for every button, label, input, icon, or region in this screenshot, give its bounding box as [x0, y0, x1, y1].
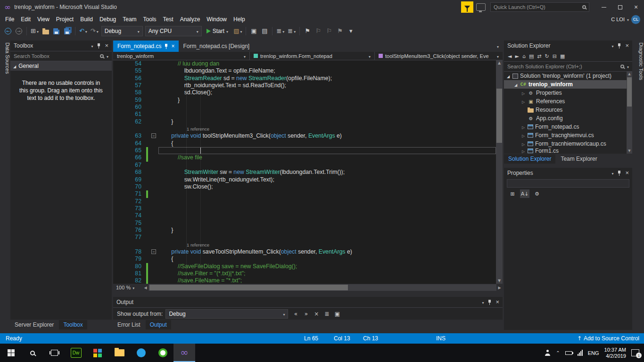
scroll-down-icon[interactable]: ▼: [627, 148, 632, 154]
code-line[interactable]: 64 {: [113, 140, 496, 147]
solution-explorer-header[interactable]: Solution Explorer ×: [504, 41, 632, 51]
code-line[interactable]: 79 {: [113, 255, 496, 263]
status-insert-mode[interactable]: INS: [436, 335, 446, 342]
task-view-button[interactable]: [43, 344, 65, 362]
menu-view[interactable]: View: [34, 15, 53, 24]
tree-item-form-tracnghiemvui-cs[interactable]: Form_tracnghiemvui.cs: [504, 131, 632, 140]
navigate-backward-button[interactable]: ←: [3, 25, 13, 37]
codelens-row[interactable]: 1 reference: [113, 125, 496, 132]
debug-target-dropdown[interactable]: Debug: [101, 26, 143, 36]
horizontal-scrollbar[interactable]: [149, 284, 496, 291]
save-button[interactable]: [51, 25, 62, 37]
menu-window[interactable]: Window: [203, 15, 230, 24]
collapse-region-icon[interactable]: [151, 133, 156, 138]
scroll-down-icon[interactable]: ▼: [496, 278, 503, 284]
tree-item-trenlop-winform[interactable]: C#trenlop_winform: [504, 80, 632, 89]
undo-button[interactable]: ↶: [78, 25, 89, 37]
code-line[interactable]: 71: [113, 190, 496, 197]
status-character[interactable]: Ch 13: [363, 335, 378, 342]
tree-item-resources[interactable]: Resources: [504, 106, 632, 114]
home-icon[interactable]: ⌂: [522, 53, 526, 59]
pin-output-icon[interactable]: ▣: [332, 309, 342, 319]
tree-item-form-notepad-cs[interactable]: Form_notepad.cs: [504, 123, 632, 131]
tab-toolbox[interactable]: Toolbox: [59, 320, 87, 329]
visual-studio-icon[interactable]: ∞: [173, 344, 195, 362]
code-line[interactable]: 63 private void toolStripMenuItem3_Click…: [113, 132, 496, 140]
language-indicator[interactable]: ENG: [588, 350, 599, 356]
code-line[interactable]: 59 }: [113, 97, 496, 104]
menu-analyze[interactable]: Analyze: [177, 15, 204, 24]
tray-chevron-up-icon[interactable]: ⌃: [556, 350, 560, 355]
tab-form-notepad-design[interactable]: Form_notepad.cs [Design]: [179, 41, 254, 52]
menu-debug[interactable]: Debug: [96, 15, 119, 24]
battery-icon[interactable]: [565, 351, 572, 355]
tab-solution-explorer[interactable]: Solution Explorer: [504, 154, 555, 164]
code-editor[interactable]: 54 // luu duong dan55 lbduongdan.Text = …: [113, 60, 503, 284]
redo-button[interactable]: ↷: [89, 25, 100, 37]
maximize-button[interactable]: [612, 0, 628, 14]
window-menu-icon[interactable]: [482, 299, 484, 305]
feedback-button[interactable]: [476, 3, 486, 11]
navigate-forward-button[interactable]: →: [14, 25, 24, 37]
code-line[interactable]: 55 lbduongdan.Text = opfile.FileName;: [113, 67, 496, 74]
code-line[interactable]: 60: [113, 104, 496, 111]
pin-icon[interactable]: [164, 44, 168, 49]
toolbar-overflow-button[interactable]: ▾: [346, 25, 356, 37]
forward-icon[interactable]: ►: [515, 53, 519, 59]
code-line[interactable]: 57 rtb_noidungviet.Text = sd.ReadToEnd()…: [113, 82, 496, 89]
refresh-icon[interactable]: ↻: [545, 53, 549, 59]
tab-output[interactable]: Output: [146, 320, 171, 329]
menu-edit[interactable]: Edit: [17, 15, 34, 24]
code-line[interactable]: 74: [113, 212, 496, 219]
collapse-region-icon[interactable]: [151, 249, 156, 254]
goto-previous-message-icon[interactable]: «: [291, 309, 300, 319]
pin-icon[interactable]: [97, 43, 101, 49]
output-source-dropdown[interactable]: Debug: [165, 309, 288, 319]
close-icon[interactable]: ×: [625, 43, 629, 49]
code-line[interactable]: 62 }: [113, 118, 496, 125]
tree-item-properties[interactable]: ⚙Properties: [504, 89, 632, 97]
scroll-left-icon[interactable]: ◀: [142, 286, 149, 290]
add-to-source-control-button[interactable]: Add to Source Control: [577, 335, 639, 342]
start-button[interactable]: Start: [203, 25, 231, 37]
close-icon[interactable]: ×: [625, 170, 629, 176]
menu-tools[interactable]: Tools: [140, 15, 160, 24]
notifications-flag-button[interactable]: [461, 1, 473, 13]
navbar-type-dropdown[interactable]: trenlop_winform.Form_notepad: [250, 52, 375, 60]
scroll-up-icon[interactable]: ▲: [496, 60, 503, 66]
tree-item-solution-trenlop-winform-1-project-[interactable]: Solution 'trenlop_winform' (1 project): [504, 72, 632, 80]
code-line[interactable]: 81 //save.Filter = "(*.txt)|*.txt";: [113, 270, 496, 277]
account-name[interactable]: C LOI: [611, 16, 625, 22]
pin-icon[interactable]: [487, 300, 492, 305]
code-line[interactable]: 68 StreamWriter sw = new StreamWriter(lb…: [113, 169, 496, 176]
scroll-up-icon[interactable]: ▲: [627, 72, 632, 77]
menu-project[interactable]: Project: [53, 15, 77, 24]
codelens-row[interactable]: 1 reference: [113, 241, 496, 248]
menu-test[interactable]: Test: [160, 15, 177, 24]
toolbox-header[interactable]: Toolbox ×: [10, 41, 112, 51]
tab-form-notepad-cs[interactable]: Form_notepad.cs ×: [113, 41, 179, 52]
tree-item-form1-cs[interactable]: Form1.cs: [504, 148, 632, 154]
file-explorer-icon[interactable]: [108, 344, 130, 362]
sync-with-active-document-icon[interactable]: ⇄: [537, 53, 541, 59]
code-line[interactable]: 77: [113, 234, 496, 241]
taskbar-search-button[interactable]: [22, 344, 43, 362]
avatar[interactable]: CL: [631, 15, 640, 24]
tree-item-app-config[interactable]: ⚙App.config: [504, 114, 632, 123]
code-line[interactable]: 65: [113, 147, 496, 154]
command-window-button[interactable]: ▤: [259, 25, 270, 37]
code-line[interactable]: 56 StreamReader sd = new StreamReader(op…: [113, 75, 496, 82]
clear-all-icon[interactable]: ×: [312, 309, 321, 319]
properties-object-dropdown[interactable]: [507, 179, 629, 188]
find-in-files-button[interactable]: ▣: [248, 25, 259, 37]
code-line[interactable]: 75: [113, 220, 496, 227]
code-line[interactable]: 66 //save file: [113, 154, 496, 161]
menu-build[interactable]: Build: [77, 15, 96, 24]
vertical-scrollbar[interactable]: ▲ ▼: [496, 60, 503, 284]
window-menu-icon[interactable]: [611, 42, 613, 49]
tab-error-list[interactable]: Error List: [113, 320, 145, 329]
navbar-member-dropdown[interactable]: toolStripMenuItem3_Click(object sender, …: [375, 52, 503, 60]
show-all-files-icon[interactable]: ▦: [560, 53, 565, 59]
window-menu-icon[interactable]: [91, 42, 93, 49]
property-pages-icon[interactable]: ⚙: [532, 189, 542, 198]
